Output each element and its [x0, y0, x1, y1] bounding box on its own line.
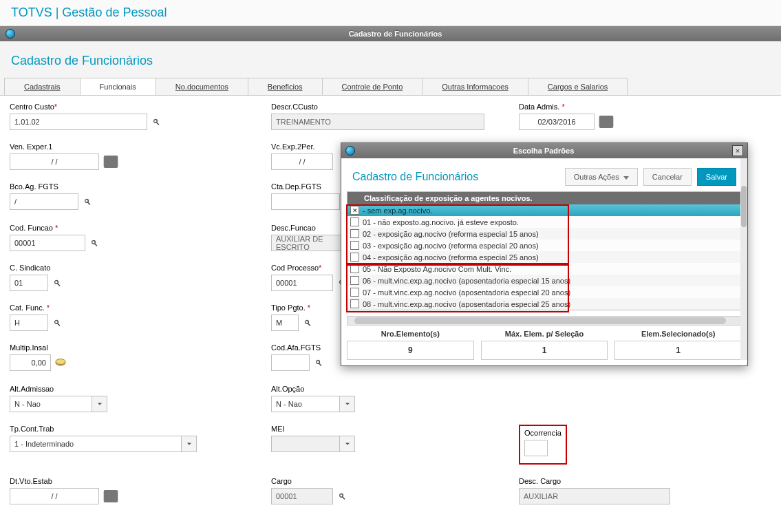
checkbox[interactable]	[350, 253, 359, 262]
list-item[interactable]: 03 - exposição ag.nocivo (reforma especi…	[347, 240, 741, 251]
input-cta-dep-fgts[interactable]	[271, 193, 340, 210]
label-desc-cargo: Desc. Cargo	[519, 477, 767, 485]
search-icon[interactable]	[50, 275, 65, 290]
checkbox[interactable]	[350, 288, 359, 297]
cancelar-button[interactable]: Cancelar	[643, 168, 692, 186]
list-item-text: 08 - mult.vinc.exp.ag.nocivo (aposentado…	[363, 300, 570, 308]
list-item[interactable]: 08 - mult.vinc.exp.ag.nocivo (aposentado…	[347, 298, 741, 310]
input-cargo[interactable]: 00001	[271, 488, 333, 504]
checkbox[interactable]	[350, 264, 359, 273]
search-icon[interactable]	[149, 114, 164, 129]
list-item[interactable]: 05 - Não Exposto Ag.nocivo Com Mult. Vin…	[347, 263, 741, 275]
tab-cadastrais[interactable]: Cadastrais	[4, 78, 81, 95]
list-header: Classificação de exposição a agentes noc…	[347, 192, 741, 204]
app-title: TOTVS | Gestão de Pessoal	[0, 0, 781, 26]
tab-funcionais[interactable]: Funcionais	[80, 78, 156, 95]
tab-outras-informacoes[interactable]: Outras Informacoes	[422, 78, 528, 95]
list-item-text: 06 - mult.vinc.exp.ag.nocivo (aposentado…	[363, 277, 570, 285]
money-icon	[55, 359, 66, 367]
input-cod-processo[interactable]: 00001	[271, 275, 333, 291]
salvar-button[interactable]: Salvar	[697, 168, 736, 186]
tab-controle-ponto[interactable]: Controle de Ponto	[322, 78, 423, 95]
modal-escolha-padroes: Escolha Padrões × Cadastro de Funcionári…	[341, 142, 748, 366]
calendar-icon[interactable]	[103, 489, 118, 504]
checkbox[interactable]	[350, 217, 359, 226]
chevron-down-icon[interactable]	[340, 436, 355, 452]
chevron-down-icon[interactable]	[340, 396, 355, 412]
input-dt-vto-estab[interactable]: / /	[10, 488, 99, 504]
input-ven-exper1[interactable]: / /	[10, 153, 99, 170]
label-tp-cont-trab: Tp.Cont.Trab	[10, 425, 271, 433]
checkbox[interactable]	[350, 299, 359, 308]
svg-rect-6	[104, 156, 117, 159]
globe-icon	[345, 146, 355, 156]
input-cat-func[interactable]: H	[10, 315, 48, 331]
checkbox[interactable]	[350, 276, 359, 285]
tab-no-documentos[interactable]: No.documentos	[156, 78, 248, 95]
label-bco-ag-fgts: Bco.Ag. FGTS	[10, 182, 271, 191]
input-c-sindicato[interactable]: 01	[10, 275, 48, 291]
input-cod-afa-fgts[interactable]	[271, 354, 310, 371]
input-bco-ag-fgts[interactable]: /	[10, 193, 78, 210]
checkbox[interactable]	[350, 241, 359, 250]
stat-nro-label: Nro.Elemento(s)	[347, 330, 474, 338]
chevron-down-icon[interactable]	[92, 396, 107, 412]
stat-max-value: 1	[481, 341, 608, 360]
input-data-admis[interactable]: 02/03/2016	[519, 114, 595, 130]
list-item-text: 03 - exposição ag.nocivo (reforma especi…	[363, 242, 539, 250]
window-header: Cadastro de Funcionários	[0, 26, 781, 41]
search-icon[interactable]	[80, 194, 95, 209]
select-mei[interactable]	[271, 436, 355, 452]
input-centro-custo[interactable]: 1.01.02	[10, 114, 147, 130]
list-item-text: - sem exp.ag.nocivo.	[363, 206, 433, 215]
list-item[interactable]: 07 - mult.vinc.exp.ag.nocivo (aposentado…	[347, 286, 741, 298]
chevron-down-icon	[623, 176, 629, 180]
label-centro-custo: Centro Custo*	[10, 103, 271, 111]
stat-max-label: Máx. Elem. p/ Seleção	[481, 330, 608, 338]
input-tipo-pgto[interactable]: M	[271, 315, 299, 331]
select-alt-admissao[interactable]: N - Nao	[10, 396, 107, 412]
label-data-admis: Data Admis. *	[519, 103, 767, 111]
checkbox[interactable]	[350, 206, 359, 215]
list-item[interactable]: 04 - exposição ag.nocivo (reforma especi…	[347, 251, 741, 263]
input-ocorrencia[interactable]	[524, 440, 548, 456]
search-icon[interactable]	[311, 355, 326, 370]
search-icon[interactable]	[87, 235, 102, 251]
input-desc-cargo: AUXILIAR	[519, 488, 670, 504]
svg-rect-1	[599, 116, 612, 119]
label-multip-insal: Multip.Insal	[10, 343, 271, 352]
exposicao-list: Classificação de exposição a agentes noc…	[347, 191, 742, 310]
calendar-icon[interactable]	[599, 114, 614, 129]
tab-cargos-salarios[interactable]: Cargos e Salarios	[528, 78, 628, 95]
tab-beneficios[interactable]: Beneficios	[248, 78, 323, 95]
label-alt-opcao: Alt.Opção	[271, 385, 519, 393]
input-multip-insal[interactable]: 0,00	[10, 354, 51, 371]
list-item[interactable]: 02 - exposição ag.nocivo (reforma especi…	[347, 228, 741, 240]
search-icon[interactable]	[50, 315, 65, 330]
svg-point-8	[56, 359, 65, 365]
tab-bar: Cadastrais Funcionais No.documentos Bene…	[0, 78, 781, 96]
chevron-down-icon[interactable]	[182, 436, 197, 452]
list-item[interactable]: 01 - não exposto.ag.nocivo. já esteve ex…	[347, 216, 741, 228]
calendar-icon[interactable]	[103, 154, 118, 169]
list-item[interactable]: 06 - mult.vinc.exp.ag.nocivo (aposentado…	[347, 275, 741, 286]
select-tp-cont-trab[interactable]: 1 - Indeterminado	[10, 436, 197, 452]
search-icon[interactable]	[300, 315, 315, 330]
outras-acoes-button[interactable]: Outras Ações	[565, 168, 638, 186]
label-dt-vto-estab: Dt.Vto.Estab	[10, 477, 271, 485]
list-item[interactable]: - sem exp.ag.nocivo.	[347, 204, 741, 216]
input-cod-funcao[interactable]: 00001	[10, 235, 85, 251]
checkbox[interactable]	[350, 229, 359, 238]
search-icon[interactable]	[334, 489, 350, 504]
stat-nro-value: 9	[347, 341, 474, 360]
horizontal-scrollbar[interactable]	[347, 316, 742, 326]
select-alt-opcao[interactable]: N - Nao	[271, 396, 355, 412]
label-ocorrencia: Ocorrencia	[524, 429, 561, 437]
input-vc-exp-2per[interactable]: / /	[271, 153, 333, 170]
globe-icon	[6, 29, 15, 39]
window-title: Cadastro de Funcionários	[349, 30, 442, 38]
list-item-text: 07 - mult.vinc.exp.ag.nocivo (aposentado…	[363, 288, 570, 297]
vertical-scrollbar[interactable]	[740, 158, 747, 360]
close-icon[interactable]: ×	[732, 145, 743, 156]
stat-sel-label: Elem.Selecionado(s)	[614, 330, 742, 338]
